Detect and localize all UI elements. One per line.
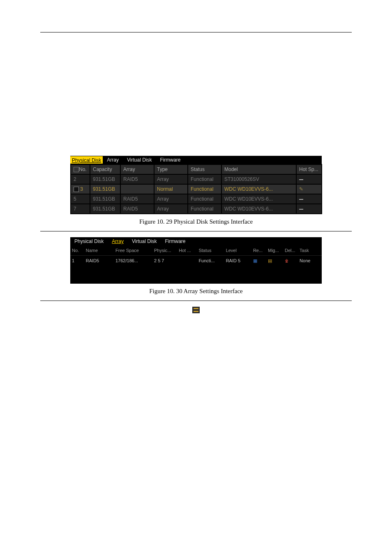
- edit-icon[interactable]: ✎: [299, 186, 303, 192]
- physical-disk-panel: Physical Disk Array Virtual Disk Firmwar…: [70, 156, 322, 214]
- physical-disk-table: No. Capacity Array Type Status Model Hot…: [70, 164, 322, 214]
- delete-icon[interactable]: 🗑: [285, 259, 289, 263]
- pd-tabs: Physical Disk Array Virtual Disk Firmwar…: [70, 156, 322, 164]
- tab-firmware[interactable]: Firmware: [161, 237, 190, 245]
- row-checkbox[interactable]: [74, 187, 79, 192]
- ar-h-re: Re...: [251, 245, 266, 256]
- ar-h-del: Del...: [283, 245, 298, 256]
- ar-h-level: Level: [224, 245, 251, 256]
- tab-physical-disk[interactable]: Physical Disk: [70, 237, 108, 245]
- table-row[interactable]: 5 931.51GB RAID5 Array Functional WDC WD…: [71, 194, 321, 204]
- ar-h-freespace: Free Space: [114, 245, 152, 256]
- ar-tabs: Physical Disk Array Virtual Disk Firmwar…: [70, 237, 322, 245]
- migrate-icon[interactable]: [192, 307, 200, 313]
- minus-icon: [299, 179, 303, 180]
- pd-h-status: Status: [188, 165, 221, 174]
- tab-physical-disk[interactable]: Physical Disk: [70, 156, 103, 164]
- tab-virtual-disk[interactable]: Virtual Disk: [123, 156, 156, 164]
- ar-h-name: Name: [84, 245, 114, 256]
- tab-firmware[interactable]: Firmware: [156, 156, 185, 164]
- minus-icon: [299, 199, 303, 200]
- section-divider: [40, 301, 352, 301]
- array-panel: Physical Disk Array Virtual Disk Firmwar…: [70, 237, 322, 284]
- ar-h-physic: Physic...: [152, 245, 177, 256]
- migrate-icon[interactable]: ▤: [268, 258, 272, 263]
- section-divider: [40, 231, 352, 231]
- ar-h-no: No.: [70, 245, 84, 256]
- tab-array[interactable]: Array: [103, 156, 123, 164]
- figure-caption-2: Figure 10. 30 Array Settings Interface: [40, 288, 352, 295]
- pd-h-model: Model: [222, 165, 296, 174]
- table-row[interactable]: 3 931.51GB Normal Functional WDC WD10EVV…: [71, 185, 321, 194]
- footer-icon-row: [40, 307, 352, 315]
- pd-h-type: Type: [154, 165, 187, 174]
- header-divider: [40, 32, 352, 32]
- table-row[interactable]: 7 931.51GB RAID5 Array Functional WDC WD…: [71, 204, 321, 213]
- ar-h-status: Status: [197, 245, 224, 256]
- table-row[interactable]: 1 RAID5 1762/186... 2 5 7 Functi... RAID…: [70, 256, 322, 266]
- minus-icon: [299, 209, 303, 210]
- rebuild-icon[interactable]: ▦: [253, 258, 257, 263]
- pd-h-array: Array: [121, 165, 154, 174]
- array-table: No. Name Free Space Physic... Hot ... St…: [70, 245, 322, 284]
- pd-h-no: No.: [71, 165, 90, 174]
- table-row[interactable]: 2 931.51GB RAID5 Array Functional ST3100…: [71, 175, 321, 184]
- pd-h-capacity: Capacity: [90, 165, 120, 174]
- pd-h-hotsp: Hot Sp...: [297, 165, 321, 174]
- ar-h-task: Task: [298, 245, 322, 256]
- tab-virtual-disk[interactable]: Virtual Disk: [128, 237, 161, 245]
- tab-array[interactable]: Array: [108, 237, 128, 245]
- figure-caption-1: Figure 10. 29 Physical Disk Settings Int…: [40, 218, 352, 225]
- header-checkbox[interactable]: [74, 167, 79, 172]
- ar-h-hot: Hot ...: [177, 245, 197, 256]
- ar-h-mig: Mig...: [266, 245, 283, 256]
